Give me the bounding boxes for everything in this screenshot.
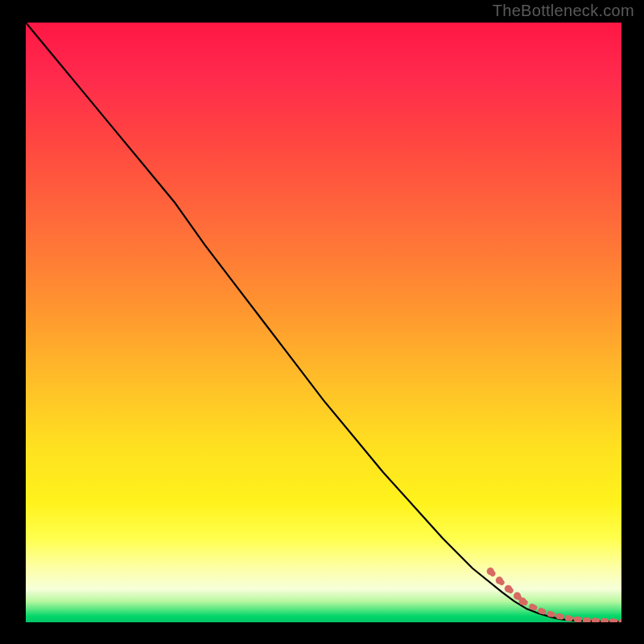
marker-dot [514,592,521,600]
bottleneck-curve-line [26,23,621,621]
marker-dot [539,608,544,613]
marker-dot [556,613,562,619]
marker-dot [487,568,494,575]
marker-dot [565,615,571,621]
marker-dot [574,617,580,622]
chart-overlay-svg [26,23,621,622]
plot-area [26,23,621,622]
watermark-text: TheBottleneck.com [493,2,634,20]
marker-dot [529,604,535,609]
marker-dot [547,611,553,617]
marker-dot [496,576,503,584]
marker-dot [505,585,512,592]
marker-dot [519,597,526,605]
chart-stage: TheBottleneck.com [0,0,644,644]
marker-dot [618,619,621,622]
